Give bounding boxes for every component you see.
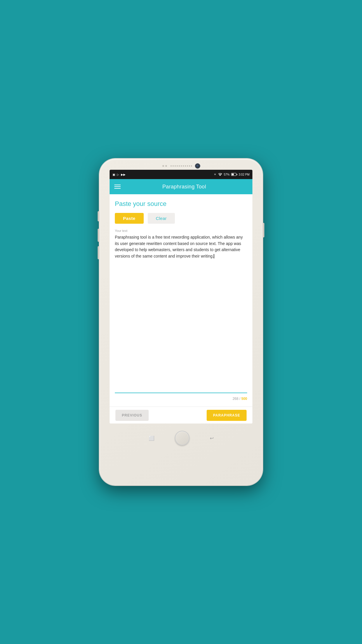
char-count-display: 268 / 500: [115, 397, 247, 401]
signal-icon: ✕: [214, 173, 216, 176]
proximity-sensors: [162, 165, 167, 167]
status-bar: ▣ ▷ ▶▶ ✕ 57% 3:02 PM: [110, 170, 252, 179]
status-icons-right: ✕ 57% 3:02 PM: [214, 173, 249, 176]
play-icon: ▷: [117, 173, 119, 176]
notification-icon: ▣: [113, 173, 115, 176]
char-count-separator: /: [239, 397, 240, 401]
volume-mute-button[interactable]: [98, 211, 99, 221]
volume-down-button[interactable]: [98, 246, 99, 259]
text-cursor: [214, 254, 214, 258]
text-input-label: Your text: [115, 229, 247, 232]
phone-top-area: [99, 159, 263, 168]
text-input-content[interactable]: Paraphrasing tool is a free text rewordi…: [115, 234, 247, 391]
speaker-grille: [171, 165, 192, 167]
hamburger-line-3: [114, 188, 121, 189]
paraphrase-button[interactable]: PARAPHRASE: [207, 410, 247, 421]
hamburger-line-2: [114, 186, 121, 187]
bottom-navigation: PREVIOUS PARAPHRASE: [110, 407, 252, 424]
phone-nav-area: ⬜ ↩: [99, 424, 263, 456]
time-display: 3:02 PM: [239, 173, 249, 176]
power-button[interactable]: [263, 223, 264, 237]
screen: ▣ ▷ ▶▶ ✕ 57% 3:02 PM: [110, 170, 252, 424]
hamburger-line-1: [114, 185, 121, 185]
wifi-icon: [218, 173, 222, 176]
status-icons-left: ▣ ▷ ▶▶: [113, 173, 126, 176]
text-value: Paraphrasing tool is a free text rewordi…: [115, 235, 243, 258]
volume-up-button[interactable]: [98, 229, 99, 242]
phone-device: ▣ ▷ ▶▶ ✕ 57% 3:02 PM: [99, 159, 263, 485]
battery-icon: [231, 173, 237, 176]
paste-button[interactable]: Paste: [115, 213, 144, 224]
front-camera: [196, 164, 200, 168]
recent-apps-icon[interactable]: ⬜: [149, 435, 154, 441]
action-buttons: Paste Clear: [115, 213, 247, 224]
back-button-icon[interactable]: ↩: [210, 435, 214, 441]
forward-icon: ▶▶: [121, 173, 126, 176]
app-title: Paraphrasing Tool: [121, 184, 248, 190]
char-count-current: 268: [233, 397, 238, 401]
clear-button[interactable]: Clear: [148, 213, 175, 224]
char-count-max: 500: [241, 397, 247, 401]
page-heading: Paste your source: [115, 200, 247, 208]
app-toolbar: Paraphrasing Tool: [110, 179, 252, 194]
previous-button[interactable]: PREVIOUS: [115, 410, 149, 421]
text-input-area[interactable]: Your text Paraphrasing tool is a free te…: [115, 229, 247, 393]
main-content: Paste your source Paste Clear Your text …: [110, 194, 252, 407]
battery-percent: 57%: [224, 173, 230, 176]
home-button[interactable]: [175, 431, 189, 445]
menu-button[interactable]: [114, 185, 121, 189]
